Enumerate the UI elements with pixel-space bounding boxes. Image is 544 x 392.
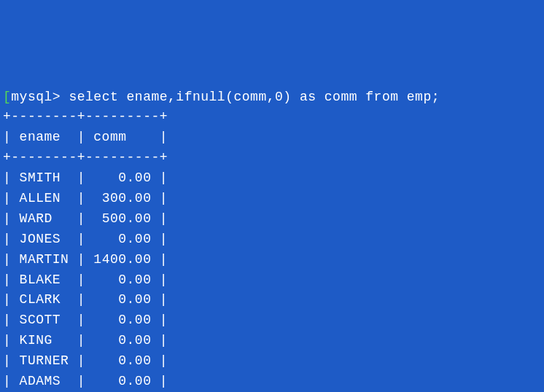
prompt-bracket: [ [3,90,11,104]
pipe: | [77,333,94,348]
cell-ename: BLAKE [20,273,77,287]
cell-ename: TURNER [20,353,77,368]
pipe: | [3,191,20,205]
pipe: | [160,232,168,246]
cell-ename: WARD [20,211,77,226]
pipe: | [77,273,94,287]
table-header-row: | ename | comm | [3,128,541,148]
pipe: | [77,191,94,205]
pipe: | [77,353,94,368]
pipe: | [160,252,168,267]
pipe: | [3,211,20,226]
pipe: | [160,353,168,368]
pipe: | [77,252,94,267]
pipe: | [3,170,20,185]
cell-ename: MARTIN [20,252,77,267]
pipe: | [3,273,20,287]
table-row: | WARD | 500.00 | [3,209,541,230]
pipe: | [160,273,168,287]
prompt-shell: mysql> [11,90,69,104]
pipe: | [77,211,94,226]
cell-ename: CLARK [20,292,77,307]
table-row: | SCOTT | 0.00 | [3,310,541,331]
pipe: | [3,353,20,368]
pipe: | [77,170,94,185]
sql-query[interactable]: select ename,ifnull(comm,0) as comm from… [69,90,440,104]
table-row: | SMITH | 0.00 | [3,168,541,189]
pipe: | [3,313,20,327]
cell-comm: 0.00 [93,333,159,348]
pipe: | [77,313,94,327]
cell-comm: 0.00 [93,292,159,307]
cell-ename: ALLEN [20,191,77,205]
pipe: | [3,252,20,267]
cell-ename: SCOTT [20,313,77,327]
table-row: | MARTIN | 1400.00 | [3,250,541,270]
sql-prompt-line: [mysql> select ename,ifnull(comm,0) as c… [3,87,541,108]
pipe: | [3,374,20,388]
cell-ename: KING [20,333,77,348]
cell-comm: 500.00 [93,211,159,226]
cell-comm: 0.00 [93,273,159,287]
pipe: | [160,292,168,307]
cell-comm: 300.00 [93,191,159,205]
pipe: | [160,211,168,226]
cell-comm: 1400.00 [93,252,159,267]
pipe: | [160,374,168,388]
table-row: | KING | 0.00 | [3,331,541,351]
pipe: | [3,232,20,246]
table-divider: +--------+---------+ [3,148,541,168]
cell-comm: 0.00 [93,313,159,327]
cell-comm: 0.00 [93,374,159,388]
table-divider: +--------+---------+ [3,107,541,128]
pipe: | [160,191,168,205]
table-row: | TURNER | 0.00 | [3,351,541,372]
cell-comm: 0.00 [93,232,159,246]
pipe: | [160,170,168,185]
cell-ename: ADAMS [20,374,77,388]
pipe: | [77,292,94,307]
pipe: | [160,333,168,348]
table-row: | ALLEN | 300.00 | [3,189,541,209]
cell-ename: JONES [20,232,77,246]
table-row: | CLARK | 0.00 | [3,290,541,310]
pipe: | [160,313,168,327]
pipe: | [77,232,94,246]
table-row: | BLAKE | 0.00 | [3,270,541,291]
pipe: | [3,292,20,307]
table-row: | ADAMS | 0.00 | [3,372,541,392]
pipe: | [77,374,94,388]
table-row: | JONES | 0.00 | [3,230,541,250]
terminal-output: [mysql> select ename,ifnull(comm,0) as c… [3,87,541,392]
pipe: | [3,333,20,348]
cell-ename: SMITH [20,170,77,185]
cell-comm: 0.00 [93,353,159,368]
cell-comm: 0.00 [93,170,159,185]
